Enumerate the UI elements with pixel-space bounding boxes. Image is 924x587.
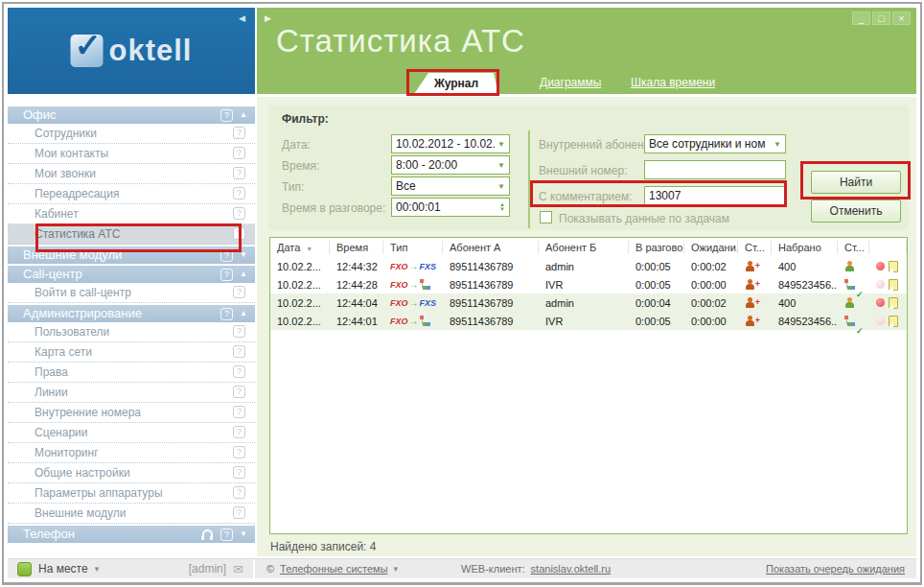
sidebar-item-my-contacts[interactable]: Мои контакты? [8,144,255,164]
col-abonent-a[interactable]: Абонент А [443,241,539,254]
note-icon[interactable] [889,297,898,309]
sidebar-item-lines[interactable]: Линии? [8,383,255,403]
record-dot-icon[interactable] [876,280,885,289]
chevron-down-icon[interactable]: ▼ [497,182,505,191]
sidebar-item-cabinet[interactable]: Кабинет? [8,204,255,224]
sidebar-item-enter-call-center[interactable]: Войти в call-центр? [8,283,255,303]
help-icon[interactable]: ? [233,365,245,378]
record-dot-icon[interactable] [876,298,885,307]
sidebar-item-forwarding[interactable]: Переадресация? [8,184,255,204]
close-button[interactable]: × [892,12,911,25]
chevron-down-icon[interactable]: ▼ [774,140,781,149]
col-abonent-b[interactable]: Абонент Б [539,241,629,254]
chevron-up-icon[interactable]: ▲ [240,106,247,124]
spinner-icons[interactable]: ▲▼ [499,202,505,212]
sidebar-section-call-center[interactable]: Call-центр ?▲ [8,266,255,283]
col-date[interactable]: Дата▼ [270,241,330,254]
help-icon[interactable]: ? [233,187,245,200]
help-icon[interactable]: ? [220,269,233,281]
expand-panel-icon[interactable]: ▶ [265,13,271,23]
chevron-down-icon[interactable]: ▼ [497,140,505,149]
date-range-select[interactable]: 10.02.2012 - 10.02.2014 ▼ [391,134,510,153]
sidebar-item-users[interactable]: Пользователи? [8,322,255,342]
col-status1[interactable]: Ст... [738,241,772,254]
sidebar-section-external-modules[interactable]: Внешние модули ?▼ [8,247,255,264]
chevron-down-icon[interactable]: ▾ [95,564,100,574]
table-row[interactable]: 10.02.2... 12:44:32 FXO→FXS 89511436789 … [270,257,907,275]
collapse-sidebar-icon[interactable]: ◀ [239,13,245,23]
tab-diagrams[interactable]: Диаграммы [540,76,601,89]
chevron-up-icon[interactable]: ▲ [240,305,247,322]
internal-abonent-select[interactable]: Все сотрудники и ном ▼ [644,134,786,153]
chevron-down-icon[interactable]: ▼ [240,247,247,264]
chevron-down-icon[interactable]: ▾ [394,564,399,574]
help-icon[interactable]: ? [233,345,245,358]
show-task-data-checkbox[interactable] [540,211,552,223]
help-icon[interactable]: ? [233,286,245,298]
type-select[interactable]: Все ▼ [391,176,510,196]
sidebar-item-rights[interactable]: Права? [8,363,255,383]
help-icon[interactable]: ? [233,325,245,338]
maximize-button[interactable]: □ [872,12,890,25]
note-icon[interactable] [889,316,898,327]
presence-label[interactable]: На месте [38,562,88,575]
help-icon[interactable]: ? [233,406,245,418]
col-dialed[interactable]: Набрано [772,241,838,254]
help-icon[interactable]: ? [233,426,245,438]
help-icon[interactable]: ? [220,528,233,541]
cancel-button[interactable]: Отменить [811,200,901,223]
help-icon[interactable]: ? [233,486,245,499]
help-icon[interactable]: ? [233,147,245,159]
sidebar-item-internal-numbers[interactable]: Внутренние номера? [8,403,255,423]
record-dot-icon[interactable] [876,317,885,325]
col-status2[interactable]: Ст... [838,241,869,254]
sidebar-section-phone[interactable]: Телефон ?▼ [8,526,255,543]
help-icon[interactable]: ? [220,249,233,262]
help-icon[interactable]: ? [233,227,245,240]
tab-timescale[interactable]: Шкала времени [631,76,715,89]
sidebar-item-general-settings[interactable]: Общие настройки? [8,463,255,483]
time-range-select[interactable]: 8:00 - 20:00 ▼ [391,155,510,175]
sidebar-section-office[interactable]: Офис ?▲ [8,106,255,124]
note-icon[interactable] [889,261,898,272]
table-row[interactable]: 10.02.2... 12:44:28 FXO→ 89511436789 IVR… [270,275,907,294]
tab-journal[interactable]: Журнал [414,73,498,94]
company-link[interactable]: Телефонные системы [280,563,387,575]
sidebar-section-administration[interactable]: Администрирование ?▲ [8,305,255,322]
sidebar-item-scenarios[interactable]: Сценарии? [8,423,255,443]
table-row[interactable]: 10.02.2... 12:44:04 FXO→FXS 89511436789 … [270,294,907,312]
help-icon[interactable]: ? [233,446,245,458]
record-dot-icon[interactable] [876,262,885,270]
sidebar-item-network-map[interactable]: Карта сети? [8,342,255,363]
help-icon[interactable]: ? [233,386,245,398]
help-icon[interactable]: ? [233,466,245,479]
table-row[interactable]: 10.02.2... 12:44:01 FXO→ 89511436789 IVR… [270,312,907,330]
help-icon[interactable]: ? [233,506,245,519]
chevron-down-icon[interactable]: ▼ [497,161,505,170]
col-talk[interactable]: В разгово... [629,241,684,254]
sidebar-item-hardware-params[interactable]: Параметры аппаратуры? [8,483,255,504]
sidebar-item-external-modules[interactable]: Внешние модули? [8,504,255,524]
help-icon[interactable]: ? [233,127,245,139]
sidebar-item-monitoring[interactable]: Мониторинг? [8,443,255,463]
sidebar-item-pbx-statistics[interactable]: Статистика АТС? [8,224,255,245]
comment-input[interactable]: 13007 [644,186,786,205]
queue-link[interactable]: Показать очередь ожидания [766,563,905,575]
col-wait[interactable]: Ожидани... [684,241,738,254]
web-client-link[interactable]: stanislav.oktell.ru [531,563,612,575]
help-icon[interactable]: ? [220,308,233,320]
help-icon[interactable]: ? [233,207,245,220]
sidebar-item-my-calls[interactable]: Мои звонки? [8,164,255,184]
talk-time-stepper[interactable]: 00:00:01 ▲▼ [391,198,510,217]
note-icon[interactable] [889,279,898,291]
presence-status-icon[interactable] [17,562,32,576]
help-icon[interactable]: ? [233,167,245,179]
help-icon[interactable]: ? [220,109,233,122]
col-time[interactable]: Время [330,241,383,254]
col-type[interactable]: Тип [383,241,443,254]
chevron-down-icon[interactable]: ▼ [240,526,247,543]
sidebar-item-employees[interactable]: Сотрудники? [8,124,255,144]
minimize-button[interactable]: _ [852,12,870,25]
spin-down-icon[interactable]: ▼ [499,207,505,212]
mail-icon[interactable]: ✉ [233,562,243,576]
